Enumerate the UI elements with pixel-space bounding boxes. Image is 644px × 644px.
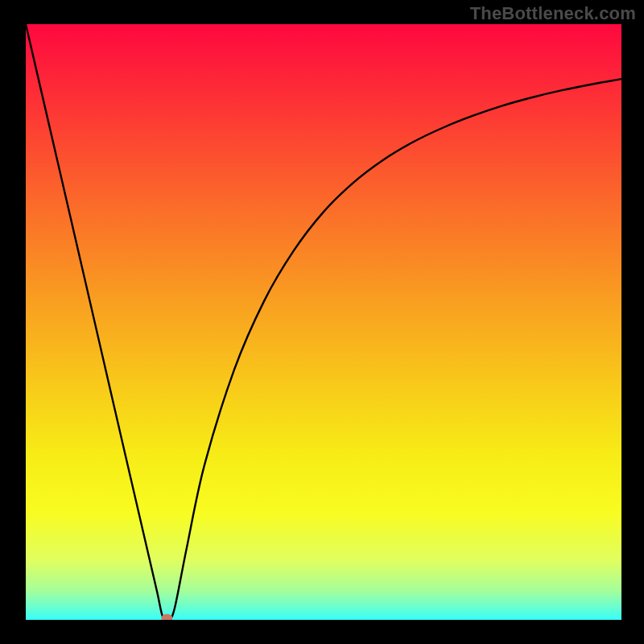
gradient-background	[26, 24, 621, 620]
chart-svg	[26, 24, 621, 620]
plot-area	[26, 24, 621, 620]
attribution-label: TheBottleneck.com	[470, 3, 636, 24]
chart-wrapper: TheBottleneck.com	[0, 0, 644, 644]
